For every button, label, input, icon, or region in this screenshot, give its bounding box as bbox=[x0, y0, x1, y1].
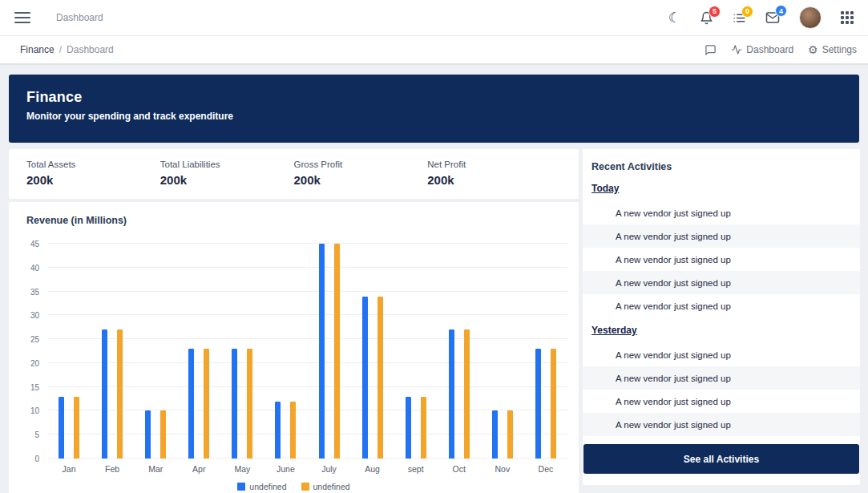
tasks-button[interactable]: 0 bbox=[733, 11, 746, 25]
stats-card: Total Assets200kTotal Liabilities200kGro… bbox=[9, 149, 579, 199]
dashboard-action[interactable]: Dashboard bbox=[731, 44, 793, 55]
x-tick-label: Apr bbox=[177, 464, 220, 474]
activity-item: A new vendor just signed up bbox=[583, 390, 860, 413]
bar bbox=[551, 349, 556, 459]
recent-activities-card: Recent Activities TodayA new vendor just… bbox=[583, 149, 860, 485]
activity-rows: A new vendor just signed upA new vendor … bbox=[583, 201, 860, 317]
stat-value: 200k bbox=[427, 173, 561, 187]
activity-section-header[interactable]: Yesterday bbox=[583, 317, 860, 343]
settings-action[interactable]: ⚙ Settings bbox=[808, 44, 857, 55]
x-tick-label: Oct bbox=[438, 464, 481, 474]
bar bbox=[290, 402, 296, 459]
bar bbox=[145, 410, 151, 459]
stat-value: 200k bbox=[160, 173, 294, 187]
see-all-activities-button[interactable]: See all Activities bbox=[583, 444, 859, 474]
apps-menu-button[interactable] bbox=[841, 11, 854, 24]
top-bar: Dashboard ☾ 5 0 4 bbox=[0, 0, 868, 36]
stat-item: Total Liabilities200k bbox=[160, 160, 294, 187]
user-avatar[interactable] bbox=[799, 6, 822, 29]
bar-group bbox=[134, 244, 177, 459]
bar bbox=[160, 410, 166, 459]
notifications-button[interactable]: 5 bbox=[700, 11, 713, 25]
stat-item: Net Profit200k bbox=[427, 160, 561, 187]
bar-group bbox=[481, 244, 524, 459]
breadcrumb-bar: Finance / Dashboard Dashboard ⚙ Settings bbox=[0, 36, 868, 65]
stat-value: 200k bbox=[294, 173, 428, 187]
bar-group bbox=[394, 244, 438, 459]
activity-rows: A new vendor just signed upA new vendor … bbox=[583, 343, 860, 436]
activity-icon bbox=[731, 44, 742, 55]
dark-mode-toggle[interactable]: ☾ bbox=[668, 11, 680, 25]
activity-item: A new vendor just signed up bbox=[583, 413, 860, 436]
moon-icon: ☾ bbox=[668, 11, 680, 25]
bar bbox=[59, 397, 64, 459]
gear-icon: ⚙ bbox=[808, 44, 818, 55]
notifications-badge: 5 bbox=[709, 6, 721, 18]
breadcrumb-finance[interactable]: Finance bbox=[20, 44, 55, 55]
bar-group bbox=[524, 244, 567, 459]
chart-y-axis: 051015202530354045 bbox=[20, 244, 47, 459]
legend-label: undefined bbox=[249, 482, 286, 491]
bar-group bbox=[307, 244, 350, 459]
activity-item: A new vendor just signed up bbox=[583, 294, 860, 317]
x-tick-label: Mar bbox=[134, 464, 177, 474]
bar bbox=[535, 349, 541, 459]
page-subtitle: Monitor your spending and track expendit… bbox=[26, 111, 842, 122]
page-title: Finance bbox=[26, 89, 842, 106]
activity-item: A new vendor just signed up bbox=[583, 366, 860, 390]
legend-swatch bbox=[301, 483, 309, 491]
activity-section-header[interactable]: Today bbox=[583, 176, 860, 201]
menu-icon[interactable] bbox=[14, 12, 30, 23]
y-tick-label: 10 bbox=[30, 406, 39, 415]
bar bbox=[507, 410, 513, 459]
y-tick-label: 0 bbox=[34, 455, 39, 463]
bar bbox=[449, 329, 454, 459]
bar bbox=[204, 349, 209, 459]
x-tick-label: Nov bbox=[481, 464, 524, 474]
comment-button[interactable] bbox=[704, 44, 717, 56]
finance-hero-banner: Finance Monitor your spending and track … bbox=[9, 75, 859, 143]
bar-group bbox=[47, 244, 91, 459]
y-tick-label: 15 bbox=[30, 382, 39, 391]
bar bbox=[247, 349, 252, 459]
chart-legend: undefinedundefined bbox=[20, 482, 567, 491]
bar bbox=[188, 349, 194, 459]
chart-plot-area bbox=[47, 244, 567, 459]
stat-label: Net Profit bbox=[427, 160, 561, 169]
topbar-title: Dashboard bbox=[56, 12, 103, 23]
stat-label: Gross Profit bbox=[294, 160, 428, 169]
y-tick-label: 30 bbox=[30, 311, 39, 320]
bar bbox=[319, 244, 325, 459]
bar bbox=[74, 397, 79, 459]
bar-group bbox=[91, 244, 134, 459]
bar bbox=[117, 329, 123, 459]
legend-item: undefined bbox=[301, 482, 350, 491]
bar bbox=[464, 329, 470, 459]
activity-item: A new vendor just signed up bbox=[583, 201, 860, 224]
activity-section: YesterdayA new vendor just signed upA ne… bbox=[583, 317, 860, 436]
y-tick-label: 40 bbox=[30, 263, 39, 272]
x-tick-label: Jan bbox=[47, 464, 91, 474]
bar-group bbox=[438, 244, 481, 459]
activity-item: A new vendor just signed up bbox=[583, 343, 860, 366]
activity-section: TodayA new vendor just signed upA new ve… bbox=[583, 176, 860, 317]
bar bbox=[492, 410, 498, 459]
y-tick-label: 25 bbox=[30, 335, 39, 344]
x-tick-label: Feb bbox=[91, 464, 134, 474]
chart-x-axis: JanFebMarAprMayJuneJulyAugseptOctNovDec bbox=[47, 459, 567, 474]
bar-group bbox=[220, 244, 264, 459]
bar bbox=[102, 329, 107, 459]
bar-group bbox=[264, 244, 307, 459]
revenue-chart-card: Revenue (in Millions) 051015202530354045… bbox=[9, 202, 579, 493]
messages-button[interactable]: 4 bbox=[765, 10, 780, 25]
x-tick-label: May bbox=[220, 464, 264, 474]
chart-title: Revenue (in Millions) bbox=[26, 215, 567, 226]
y-tick-label: 35 bbox=[30, 287, 39, 296]
stat-item: Total Assets200k bbox=[26, 160, 160, 187]
stat-item: Gross Profit200k bbox=[294, 160, 428, 187]
legend-swatch bbox=[237, 483, 245, 491]
breadcrumb-dashboard: Dashboard bbox=[67, 44, 114, 55]
comment-icon bbox=[704, 44, 717, 56]
bar bbox=[334, 244, 340, 459]
activity-item: A new vendor just signed up bbox=[583, 224, 860, 248]
